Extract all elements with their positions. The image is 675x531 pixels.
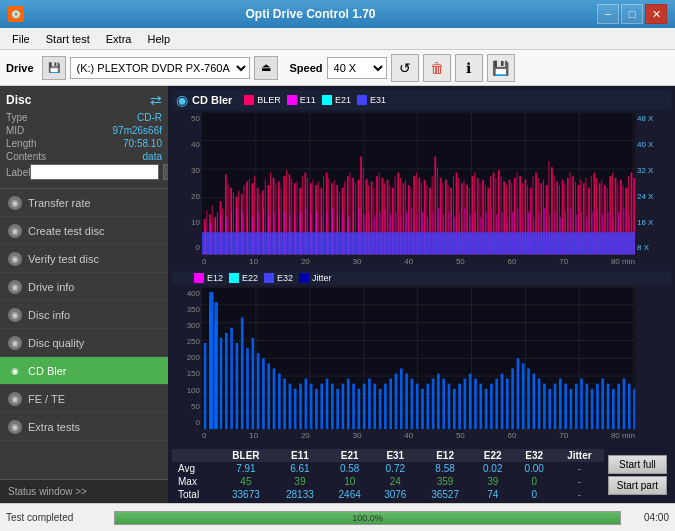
rx1-40: 40 X <box>637 140 669 149</box>
total-e31: 3076 <box>372 488 418 501</box>
chart-container: ◉ CD Bler BLER E11 E21 E31 <box>168 86 675 447</box>
total-e32: 0 <box>513 488 554 501</box>
chart2-right-spacer <box>635 287 671 430</box>
svg-rect-329 <box>485 388 488 429</box>
svg-rect-354 <box>617 383 620 429</box>
disc-label-input[interactable] <box>30 164 159 180</box>
legend2-e12-color <box>194 273 204 283</box>
svg-rect-358 <box>209 292 213 429</box>
speed-select[interactable]: 40 X <box>327 57 387 79</box>
sidebar-item-label-verify-test-disc: Verify test disc <box>28 253 99 265</box>
drive-label: Drive <box>6 62 34 74</box>
drive-select[interactable]: (K:) PLEXTOR DVDR PX-760A 1.07 <box>70 57 250 79</box>
legend2-e32: E32 <box>264 273 293 283</box>
sidebar-item-disc-quality[interactable]: ◉ Disc quality <box>0 329 168 357</box>
cd-bler-icon: ◉ <box>8 364 22 378</box>
eject-button[interactable]: ⏏ <box>254 56 278 80</box>
svg-rect-332 <box>501 373 504 429</box>
app-title: Opti Drive Control 1.70 <box>24 7 597 21</box>
sidebar-item-extra-tests[interactable]: ◉ Extra tests <box>0 413 168 441</box>
sidebar-item-label-extra-tests: Extra tests <box>28 421 80 433</box>
chart2-body: 400 350 300 250 200 150 100 50 0 <box>172 287 671 430</box>
speed-label: Speed <box>290 62 323 74</box>
menubar: File Start test Extra Help <box>0 28 675 50</box>
y1-10: 10 <box>174 218 200 227</box>
svg-rect-343 <box>559 378 562 429</box>
start-part-button[interactable]: Start part <box>608 476 667 495</box>
svg-rect-328 <box>479 383 482 429</box>
extra-tests-icon: ◉ <box>8 420 22 434</box>
menu-file[interactable]: File <box>4 31 38 47</box>
svg-rect-284 <box>246 348 249 429</box>
erase-button[interactable]: 🗑 <box>423 54 451 82</box>
avg-e32: 0.00 <box>513 462 554 475</box>
maximize-button[interactable]: □ <box>621 4 643 24</box>
sidebar-item-transfer-rate[interactable]: ◉ Transfer rate <box>0 189 168 217</box>
sidebar-item-label-create-test-disc: Create test disc <box>28 225 104 237</box>
x1-20: 20 <box>301 257 310 269</box>
y1-50: 50 <box>174 114 200 123</box>
svg-rect-319 <box>432 378 435 429</box>
sidebar-item-label-disc-info: Disc info <box>28 309 70 321</box>
svg-rect-355 <box>623 378 626 429</box>
toolbar: Drive 💾 (K:) PLEXTOR DVDR PX-760A 1.07 ⏏… <box>0 50 675 86</box>
sidebar-item-create-test-disc[interactable]: ◉ Create test disc <box>0 217 168 245</box>
y2-150: 150 <box>174 369 200 378</box>
rx1-24: 24 X <box>637 192 669 201</box>
col-header-bler: BLER <box>219 449 273 462</box>
x1-80min: 80 min <box>611 257 635 269</box>
close-button[interactable]: ✕ <box>645 4 667 24</box>
sidebar-item-verify-test-disc[interactable]: ◉ Verify test disc <box>0 245 168 273</box>
disc-refresh-icon[interactable]: ⇄ <box>150 92 162 108</box>
save-button[interactable]: 💾 <box>487 54 515 82</box>
sidebar-item-cd-bler[interactable]: ◉ CD Bler <box>0 357 168 385</box>
svg-rect-341 <box>548 388 551 429</box>
legend-bler-color <box>244 95 254 105</box>
svg-rect-356 <box>628 383 631 429</box>
sidebar-item-label-transfer-rate: Transfer rate <box>28 197 91 209</box>
svg-rect-307 <box>368 378 371 429</box>
minimize-button[interactable]: − <box>597 4 619 24</box>
legend-e21-label: E21 <box>335 95 351 105</box>
rx1-32: 32 X <box>637 166 669 175</box>
chart1-y-axis: 50 40 30 20 10 0 <box>172 112 202 255</box>
info-button[interactable]: ℹ <box>455 54 483 82</box>
sidebar-item-drive-info[interactable]: ◉ Drive info <box>0 273 168 301</box>
svg-rect-348 <box>586 383 589 429</box>
svg-rect-318 <box>426 383 429 429</box>
legend2-e12: E12 <box>194 273 223 283</box>
x2-70: 70 <box>559 431 568 443</box>
svg-rect-302 <box>342 383 345 429</box>
start-full-button[interactable]: Start full <box>608 455 667 474</box>
chart2-svg <box>202 287 635 430</box>
svg-rect-308 <box>373 383 376 429</box>
svg-rect-294 <box>299 383 302 429</box>
menu-start-test[interactable]: Start test <box>38 31 98 47</box>
legend2-e32-color <box>264 273 274 283</box>
svg-rect-344 <box>564 383 567 429</box>
max-bler: 45 <box>219 475 273 488</box>
menu-extra[interactable]: Extra <box>98 31 140 47</box>
svg-rect-338 <box>532 373 535 429</box>
refresh-button[interactable]: ↺ <box>391 54 419 82</box>
disc-length-label: Length <box>6 138 37 149</box>
col-header-empty <box>172 449 219 462</box>
svg-rect-280 <box>225 332 228 429</box>
legend2-jitter: Jitter <box>299 273 332 283</box>
legend-e11: E11 <box>287 95 316 105</box>
legend2-jitter-label: Jitter <box>312 273 332 283</box>
svg-rect-293 <box>294 388 297 429</box>
sidebar-item-fe-te[interactable]: ◉ FE / TE <box>0 385 168 413</box>
legend2-e22-label: E22 <box>242 273 258 283</box>
stats-area: BLER E11 E21 E31 E12 E22 E32 Jitter Avg <box>168 447 675 503</box>
avg-e21: 0.58 <box>327 462 373 475</box>
svg-rect-285 <box>251 337 254 429</box>
avg-bler: 7.91 <box>219 462 273 475</box>
disc-mid-label: MID <box>6 125 24 136</box>
status-window-button[interactable]: Status window >> <box>0 479 168 503</box>
svg-rect-311 <box>389 378 392 429</box>
sidebar-item-disc-info[interactable]: ◉ Disc info <box>0 301 168 329</box>
x1-70: 70 <box>559 257 568 269</box>
legend-e31: E31 <box>357 95 386 105</box>
menu-help[interactable]: Help <box>139 31 178 47</box>
